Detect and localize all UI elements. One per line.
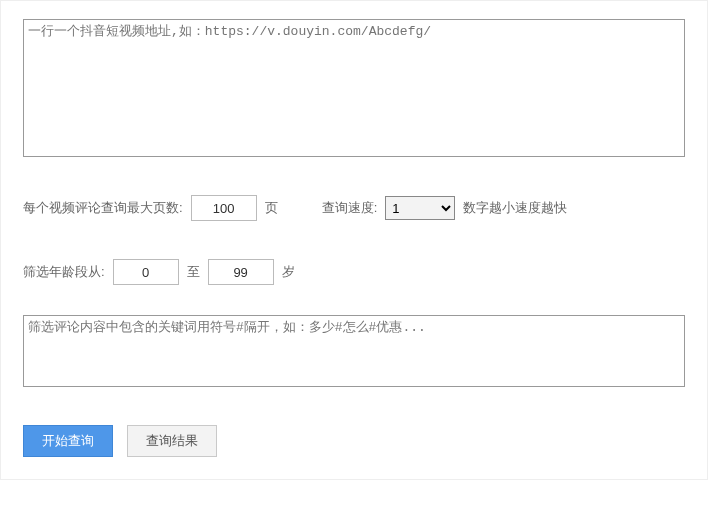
speed-select[interactable]: 1 [385, 196, 455, 220]
video-urls-textarea[interactable] [23, 19, 685, 157]
pages-speed-row: 每个视频评论查询最大页数: 页 查询速度: 1 数字越小速度越快 [23, 195, 685, 221]
max-pages-label: 每个视频评论查询最大页数: [23, 199, 183, 217]
speed-label: 查询速度: [322, 199, 378, 217]
age-to-input[interactable] [208, 259, 274, 285]
query-results-button[interactable]: 查询结果 [127, 425, 217, 457]
max-pages-input[interactable] [191, 195, 257, 221]
age-label: 筛选年龄段从: [23, 263, 105, 281]
query-form-panel: 每个视频评论查询最大页数: 页 查询速度: 1 数字越小速度越快 筛选年龄段从:… [0, 0, 708, 480]
age-row: 筛选年龄段从: 至 岁 [23, 259, 685, 285]
keyword-filter-textarea[interactable] [23, 315, 685, 387]
speed-hint: 数字越小速度越快 [463, 199, 567, 217]
age-sep: 至 [187, 263, 200, 281]
age-from-input[interactable] [113, 259, 179, 285]
start-query-button[interactable]: 开始查询 [23, 425, 113, 457]
max-pages-unit: 页 [265, 199, 278, 217]
button-row: 开始查询 查询结果 [23, 425, 685, 457]
age-unit: 岁 [282, 263, 295, 281]
